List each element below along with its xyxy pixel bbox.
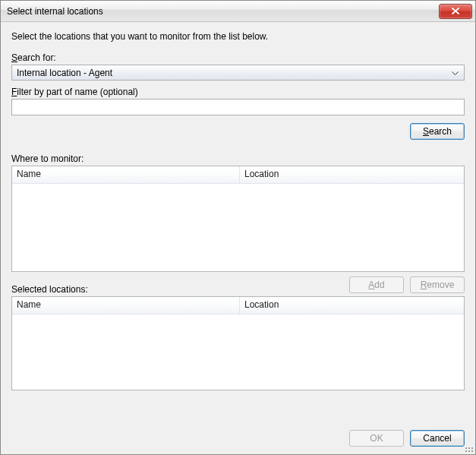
filter-input[interactable]: [11, 99, 465, 115]
close-button[interactable]: [439, 4, 472, 19]
ok-button: OK: [349, 430, 404, 447]
monitor-list-header: Name Location: [12, 166, 464, 184]
remove-button: Remove: [410, 276, 465, 293]
selected-col-location[interactable]: Location: [240, 297, 464, 314]
where-to-monitor-label: Where to monitor:: [11, 153, 465, 164]
search-for-label: Search for:: [11, 52, 465, 63]
dialog-footer: OK Cancel: [1, 422, 475, 454]
instruction-text: Select the locations that you want to mo…: [11, 31, 465, 42]
search-for-dropdown[interactable]: Internal location - Agent: [11, 65, 465, 81]
window-title: Select internal locations: [7, 6, 439, 17]
selected-col-name[interactable]: Name: [12, 297, 240, 314]
search-for-value: Internal location - Agent: [17, 68, 449, 78]
selected-listview[interactable]: Name Location: [11, 296, 465, 390]
monitor-listview[interactable]: Name Location: [11, 166, 465, 272]
close-icon: [452, 8, 459, 14]
monitor-col-location[interactable]: Location: [240, 166, 464, 183]
search-button[interactable]: Search: [410, 123, 465, 140]
dialog-content: Select the locations that you want to mo…: [1, 22, 475, 422]
selected-list-header: Name Location: [12, 297, 464, 314]
cancel-button[interactable]: Cancel: [410, 430, 465, 447]
dialog-window: Select internal locations Select the loc…: [0, 0, 476, 455]
chevron-down-icon: [449, 68, 461, 78]
filter-label: Filter by part of name (optional): [11, 87, 465, 97]
selected-list-body: [12, 314, 464, 390]
titlebar: Select internal locations: [1, 1, 475, 22]
add-button: Add: [349, 276, 404, 293]
resize-grip[interactable]: [463, 442, 474, 453]
monitor-list-body: [12, 184, 464, 271]
monitor-col-name[interactable]: Name: [12, 166, 240, 183]
